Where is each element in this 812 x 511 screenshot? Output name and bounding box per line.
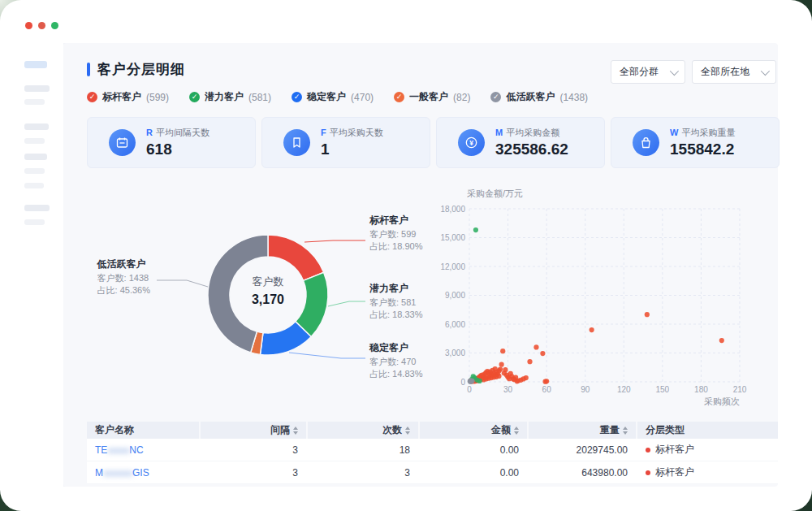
legend-label: 稳定客户 bbox=[307, 90, 346, 104]
scatter-point-低活跃客户[interactable] bbox=[468, 379, 473, 384]
stat-card-letter: F bbox=[321, 128, 326, 137]
legend-item-潜力客户[interactable]: ✓潜力客户(581) bbox=[189, 90, 271, 104]
table-header-row: 客户名称间隔次数金额重量分层类型 bbox=[87, 422, 778, 439]
check-circle-icon: ✓ bbox=[189, 92, 200, 102]
stat-card-text: F平均采购天数1 bbox=[321, 127, 408, 158]
callout-count: 客户数: 581 bbox=[369, 297, 422, 309]
scatter-point-潜力客户[interactable] bbox=[477, 379, 482, 383]
cell-segment-type: 标杆客户 bbox=[637, 466, 778, 479]
sort-icon[interactable] bbox=[514, 427, 519, 435]
legend-label: 潜力客户 bbox=[205, 90, 244, 104]
name-suffix: NC bbox=[129, 444, 143, 456]
legend-item-标杆客户[interactable]: ✓标杆客户(599) bbox=[87, 90, 169, 104]
sidebar-skeleton bbox=[0, 43, 67, 487]
chevron-down-icon bbox=[761, 66, 770, 75]
scatter-point-标杆客户[interactable] bbox=[540, 351, 545, 356]
legend-item-一般客户[interactable]: ✓一般客户(82) bbox=[394, 90, 470, 104]
scatter-svg[interactable]: 03,0006,0009,00012,00015,00018,000030609… bbox=[438, 185, 775, 411]
stat-cards-row: R平均间隔天数618F平均采购天数1¥M平均采购金额325586.62W平均采购… bbox=[87, 117, 780, 168]
customer-name-link[interactable]: MxxxxxxxxGIS bbox=[95, 467, 149, 479]
stat-card-letter: R bbox=[146, 128, 153, 137]
cell-segment-type: 标杆客户 bbox=[637, 443, 778, 457]
donut-callout-line bbox=[304, 240, 365, 242]
title-accent-bar bbox=[87, 63, 90, 76]
callout-name: 低活跃客户 bbox=[97, 258, 150, 271]
legend-item-低活跃客户[interactable]: ✓低活跃客户(1438) bbox=[490, 90, 588, 104]
callout-count: 客户数: 1438 bbox=[97, 272, 150, 284]
x-tick-label: 120 bbox=[617, 385, 631, 394]
table-row: MxxxxxxxxGIS330.00643980.00标杆客户 bbox=[87, 461, 778, 484]
chevron-down-icon bbox=[670, 66, 679, 75]
app-window: 客户分层明细 全部分群全部所在地 ✓标杆客户(599)✓潜力客户(581)✓稳定… bbox=[0, 0, 812, 511]
stat-card-label: M平均采购金额 bbox=[495, 127, 583, 139]
sidebar-skeleton-bar bbox=[24, 99, 45, 105]
table-header-客户名称: 客户名称 bbox=[87, 422, 199, 439]
name-prefix: TE bbox=[95, 444, 107, 456]
x-tick-label: 90 bbox=[581, 385, 590, 394]
scatter-point-标杆客户[interactable] bbox=[500, 349, 505, 353]
callout-percent: 占比: 45.36% bbox=[97, 284, 150, 297]
sidebar-skeleton-bar bbox=[24, 183, 44, 188]
filter-dropdown-label: 全部分群 bbox=[620, 65, 659, 79]
donut-callout-稳定客户: 稳定客户客户数: 470占比: 14.83% bbox=[369, 342, 422, 380]
scatter-point-标杆客户[interactable] bbox=[645, 312, 650, 317]
scatter-point-标杆客户[interactable] bbox=[590, 327, 594, 332]
cell-times: 18 bbox=[308, 444, 418, 456]
donut-center-label: 客户数 3,170 bbox=[224, 275, 312, 307]
window-minimize-button[interactable] bbox=[38, 22, 45, 29]
column-label: 金额 bbox=[491, 423, 511, 437]
sort-icon[interactable] bbox=[623, 427, 628, 435]
calendar-icon bbox=[109, 129, 136, 156]
table-header-间隔[interactable]: 间隔 bbox=[201, 422, 306, 439]
y-tick-label: 9,000 bbox=[445, 291, 465, 300]
stat-card-letter: M bbox=[495, 128, 503, 137]
filter-dropdown-location[interactable]: 全部所在地 bbox=[692, 60, 776, 84]
scatter-chart[interactable]: 03,0006,0009,00012,00015,00018,000030609… bbox=[438, 185, 775, 411]
name-prefix: M bbox=[95, 467, 103, 479]
customer-table: 客户名称间隔次数金额重量分层类型 TExxxxxxNC3180.00202974… bbox=[87, 422, 778, 484]
stat-card-R: R平均间隔天数618 bbox=[87, 117, 256, 168]
table-header-次数[interactable]: 次数 bbox=[308, 422, 418, 439]
callout-percent: 占比: 14.83% bbox=[369, 368, 422, 380]
legend-item-稳定客户[interactable]: ✓稳定客户(470) bbox=[292, 90, 374, 104]
customer-name-link[interactable]: TExxxxxxNC bbox=[95, 444, 144, 456]
scatter-point-标杆客户[interactable] bbox=[512, 377, 516, 382]
window-zoom-button[interactable] bbox=[51, 22, 58, 29]
sort-icon[interactable] bbox=[293, 427, 298, 435]
sidebar-skeleton-bar bbox=[24, 154, 47, 160]
bag-icon bbox=[633, 129, 659, 156]
scatter-point-标杆客户[interactable] bbox=[719, 338, 724, 343]
name-redacted: xxxxxx bbox=[107, 445, 129, 455]
table-header-金额[interactable]: 金额 bbox=[420, 422, 527, 439]
scatter-point-标杆客户[interactable] bbox=[527, 359, 532, 364]
legend-label: 标杆客户 bbox=[102, 90, 141, 104]
donut-callout-line bbox=[157, 280, 208, 287]
donut-chart[interactable]: 客户数 3,170 标杆客户客户数: 599占比: 18.90%潜力客户客户数:… bbox=[85, 203, 438, 398]
y-tick-label: 18,000 bbox=[440, 205, 465, 214]
callout-count: 客户数: 470 bbox=[369, 356, 422, 368]
callout-name: 潜力客户 bbox=[369, 283, 422, 295]
scatter-point-标杆客户[interactable] bbox=[503, 367, 508, 372]
y-tick-label: 3,000 bbox=[445, 349, 465, 357]
check-circle-icon: ✓ bbox=[292, 92, 302, 102]
scatter-point-标杆客户[interactable] bbox=[533, 344, 538, 349]
window-controls bbox=[25, 22, 58, 29]
cell-amount: 0.00 bbox=[420, 467, 527, 479]
bookmark-icon bbox=[283, 129, 310, 156]
table-header-重量[interactable]: 重量 bbox=[529, 422, 636, 439]
scatter-point-标杆客户[interactable] bbox=[542, 379, 547, 384]
column-label: 次数 bbox=[382, 423, 402, 437]
scatter-point-潜力客户[interactable] bbox=[473, 227, 478, 232]
svg-text:¥: ¥ bbox=[469, 139, 473, 147]
page-title-bar: 客户分层明细 bbox=[87, 60, 185, 79]
filter-dropdown-group[interactable]: 全部分群 bbox=[611, 60, 685, 84]
window-close-button[interactable] bbox=[25, 22, 32, 29]
sort-icon[interactable] bbox=[405, 427, 410, 435]
donut-center-title: 客户数 bbox=[224, 275, 312, 289]
scatter-point-标杆客户[interactable] bbox=[499, 362, 504, 367]
yuan-coin-icon: ¥ bbox=[458, 129, 485, 156]
legend-label: 一般客户 bbox=[409, 90, 448, 104]
column-label: 间隔 bbox=[270, 423, 290, 437]
stat-card-label: F平均采购天数 bbox=[321, 127, 408, 139]
y-tick-label: 15,000 bbox=[440, 233, 465, 242]
